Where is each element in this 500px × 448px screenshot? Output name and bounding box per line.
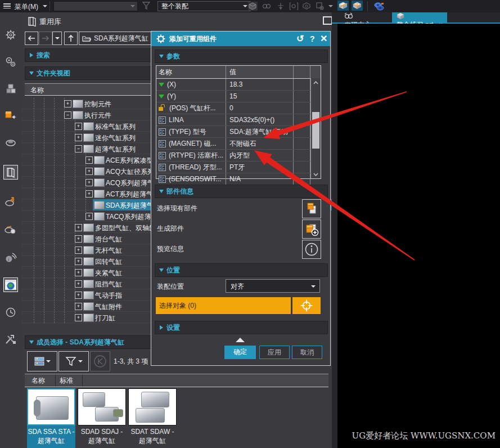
assembly-position-select[interactable]: 对齐 [226,279,320,293]
reuse-library-sidebar-icon[interactable] [4,165,17,179]
assembly-navigator-icon[interactable] [4,82,17,96]
back-button[interactable] [25,32,38,45]
apply-button[interactable]: 应用 [259,346,290,359]
expand-plus-icon[interactable]: + [75,292,82,299]
first-page-button[interactable] [90,351,110,371]
expand-plus-icon[interactable]: + [75,258,82,265]
maximize-panel-icon[interactable] [323,16,332,25]
history-clock-icon[interactable] [4,306,17,319]
param-value[interactable]: 内牙型 [229,151,250,160]
combo-arrow-icon[interactable] [130,5,135,7]
work-section-button[interactable] [352,1,363,11]
hamburger-icon[interactable] [3,3,11,8]
param-value[interactable]: 不附磁石 [229,139,256,149]
close-icon[interactable]: ✕ [320,32,327,46]
expand-plus-icon[interactable]: + [85,156,93,164]
parameter-row[interactable]: P1=P2=(RTYPE) 活塞杆...内牙型 [156,150,321,162]
view-mode-button[interactable] [27,351,57,371]
param-value[interactable]: N/A [229,175,241,183]
settings-section-header[interactable]: 设置 [155,321,328,334]
system-gears-icon[interactable] [4,55,17,69]
preview-info-button[interactable] [302,240,321,259]
param-value[interactable]: PT牙 [229,163,245,172]
assembly-cube-icon[interactable] [248,2,258,11]
member-card[interactable]: SDA SSA STA - 超薄气缸 [27,388,75,448]
expand-plus-icon[interactable]: + [85,168,93,175]
customize-tools-icon[interactable] [4,333,17,346]
combo-arrow-icon[interactable] [243,5,247,7]
col-header-value[interactable]: 值 [226,66,294,78]
expand-plus-icon[interactable]: + [85,179,93,186]
history-dropdown-button[interactable] [52,32,62,45]
member-card[interactable]: SDAT SDAW - 超薄气缸 [128,388,177,448]
tab-current-part[interactable]: 整合练习.prt × [392,12,447,23]
point-dialog-button[interactable] [292,297,321,314]
expand-plus-icon[interactable]: + [75,235,82,243]
expand-plus-icon[interactable]: + [75,134,82,141]
scroll-down-icon[interactable] [311,170,321,178]
expand-plus-icon[interactable]: + [85,190,93,198]
parameter-row[interactable]: P1=P2=(THREAD) 牙型...PT牙 [156,162,321,173]
create-part-button[interactable] [302,219,321,239]
help-icon[interactable]: ? [310,32,315,46]
param-value[interactable]: 15 [229,92,237,100]
member-card[interactable]: SDAD SDAJ - 超薄气缸 [78,388,126,448]
menu-dropdown-arrow-icon[interactable] [43,5,47,7]
command-finder-input[interactable] [53,1,138,11]
parameter-row[interactable]: (Y)15 [156,91,321,102]
expand-plus-icon[interactable]: + [75,303,82,310]
collapse-minus-icon[interactable]: − [64,111,71,119]
params-section-header[interactable]: 参数 [155,50,328,63]
expand-plus-icon[interactable]: + [75,314,82,321]
parameter-row[interactable]: P1=P2=(SENSORSWIT...N/A [156,173,321,185]
param-value[interactable]: SDA32x5(0)+() [229,116,274,124]
param-value[interactable]: 18.3 [229,80,242,88]
expand-plus-icon[interactable]: + [75,123,82,130]
expand-plus-icon[interactable]: + [85,213,93,220]
up-level-button[interactable] [64,32,78,45]
filter-button[interactable] [58,351,89,371]
expand-plus-icon[interactable]: + [75,247,82,254]
table-scrollbar[interactable] [310,78,321,178]
parameter-row[interactable]: P1=P2=(TYPE) 型号SDA:超薄气缸(复动 [156,126,321,138]
expand-plus-icon[interactable]: + [75,269,82,276]
show-product-outline-button[interactable] [337,1,349,11]
reset-icon[interactable]: ↺ [296,32,304,46]
hd3d-tools-icon[interactable] [4,195,17,208]
dialog-titlebar[interactable]: 添加可重用组件 ↺ ? ✕ [151,32,330,46]
internet-info-icon[interactable]: i [4,251,17,265]
cancel-button[interactable]: 取消 [292,346,322,359]
toolbar-more-arrow-icon[interactable] [328,5,333,7]
param-value[interactable]: 0 [229,104,233,112]
expand-plus-icon[interactable]: + [75,280,82,288]
scroll-up-icon[interactable] [311,78,321,87]
roles-gear-icon[interactable] [4,28,17,42]
forward-button[interactable] [39,32,52,45]
parameter-row[interactable]: (POS) 气缸杆...0 [156,102,321,114]
check-mate-icon[interactable] [4,223,17,236]
parameter-row[interactable]: (X)18.3 [156,79,321,91]
ok-button[interactable]: 确定 [224,346,256,359]
member-col-standard[interactable]: 标准 [60,376,73,386]
select-existing-part-button[interactable] [302,199,321,218]
expand-plus-icon[interactable]: + [64,100,71,107]
expand-plus-icon[interactable]: + [75,224,82,231]
parameter-row[interactable]: P1=P2=LINASDA32x5(0)+() [156,114,321,126]
collaboration-gears-icon[interactable] [373,1,385,11]
select-object-field[interactable]: 选择对象 (0) [156,297,291,314]
col-header-name[interactable]: 名称 [156,66,226,78]
parameter-row[interactable]: P1=P2=(MAGNET) 磁...不附磁石 [156,138,321,150]
part-navigator-icon[interactable] [4,135,17,149]
member-col-name[interactable]: 名称 [31,376,45,386]
constraint-navigator-icon[interactable] [4,109,17,123]
scroll-thumb[interactable] [312,112,319,149]
graphics-viewport[interactable]: UG爱好者论坛 WWW.UGSNX.COM [337,24,500,448]
collapse-dialog-arrow-icon[interactable] [236,338,245,342]
position-section-header[interactable]: 位置 [155,263,328,277]
menu-button[interactable]: 菜单(M) [15,2,38,12]
param-value[interactable]: SDA:超薄气缸(复动 [229,127,288,137]
part-info-section-header[interactable]: 部件信息 [155,185,328,198]
collapse-minus-icon[interactable]: − [75,145,82,153]
web-browser-icon[interactable] [4,278,17,292]
assembly-scope-select[interactable]: 整个装配 [157,1,251,11]
